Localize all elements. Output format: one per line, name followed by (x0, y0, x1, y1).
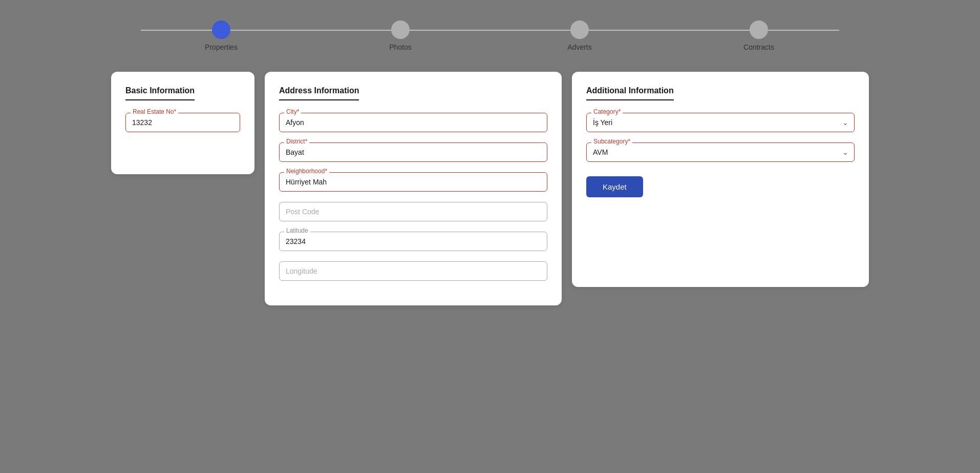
latitude-field-group: Latitude (279, 232, 547, 251)
stepper-circle-photos[interactable] (391, 20, 410, 39)
address-info-card: Address Information City* District* Neig… (265, 72, 562, 305)
category-label: Category* (591, 108, 623, 115)
stepper-item-photos[interactable]: Photos (311, 20, 490, 51)
real-estate-no-field-group: Real Estate No* (125, 113, 240, 132)
basic-info-card: Basic Information Real Estate No* (111, 72, 254, 174)
additional-info-card: Additional Information Category* İş Yeri… (572, 72, 869, 287)
address-info-title: Address Information (279, 86, 359, 100)
longitude-input[interactable] (279, 261, 547, 281)
stepper-item-adverts[interactable]: Adverts (490, 20, 669, 51)
latitude-input[interactable] (279, 232, 547, 251)
city-label: City* (284, 108, 301, 115)
stepper-item-properties[interactable]: Properties (132, 20, 311, 51)
neighborhood-label: Neighborhood* (284, 168, 329, 175)
city-field-group: City* (279, 113, 547, 132)
postcode-input[interactable] (279, 202, 547, 221)
category-select[interactable]: İş Yeri Konut Arsa Diğer (586, 113, 855, 132)
district-input[interactable] (279, 142, 547, 162)
basic-info-title: Basic Information (125, 86, 195, 100)
cards-area: Basic Information Real Estate No* Addres… (0, 61, 980, 316)
neighborhood-field-group: Neighborhood* (279, 172, 547, 192)
stepper-item-contracts[interactable]: Contracts (669, 20, 848, 51)
stepper: Properties Photos Adverts Contracts (132, 20, 848, 51)
city-input[interactable] (279, 113, 547, 132)
district-field-group: District* (279, 142, 547, 162)
subcategory-select[interactable]: AVM Ofis Mağaza Depo (586, 142, 855, 162)
additional-info-title: Additional Information (586, 86, 674, 100)
stepper-label-adverts: Adverts (567, 43, 591, 51)
real-estate-no-label: Real Estate No* (131, 108, 178, 115)
latitude-label: Latitude (284, 227, 310, 234)
stepper-container: Properties Photos Adverts Contracts (0, 0, 980, 61)
subcategory-select-wrapper: AVM Ofis Mağaza Depo ⌄ (586, 142, 855, 162)
subcategory-label: Subcategory* (591, 138, 632, 145)
stepper-circle-adverts[interactable] (570, 20, 589, 39)
stepper-label-photos: Photos (389, 43, 412, 51)
subcategory-field-group: Subcategory* AVM Ofis Mağaza Depo ⌄ (586, 142, 855, 162)
save-button[interactable]: Kaydet (586, 176, 643, 197)
longitude-field-group (279, 261, 547, 281)
neighborhood-input[interactable] (279, 172, 547, 192)
category-field-group: Category* İş Yeri Konut Arsa Diğer ⌄ (586, 113, 855, 132)
real-estate-no-input[interactable] (125, 113, 240, 132)
stepper-label-contracts: Contracts (743, 43, 774, 51)
district-label: District* (284, 138, 309, 145)
postcode-field-group (279, 202, 547, 221)
stepper-label-properties: Properties (205, 43, 238, 51)
main-content: Properties Photos Adverts Contracts Basi… (0, 0, 980, 473)
category-select-wrapper: İş Yeri Konut Arsa Diğer ⌄ (586, 113, 855, 132)
stepper-circle-properties[interactable] (212, 20, 230, 39)
stepper-circle-contracts[interactable] (750, 20, 768, 39)
